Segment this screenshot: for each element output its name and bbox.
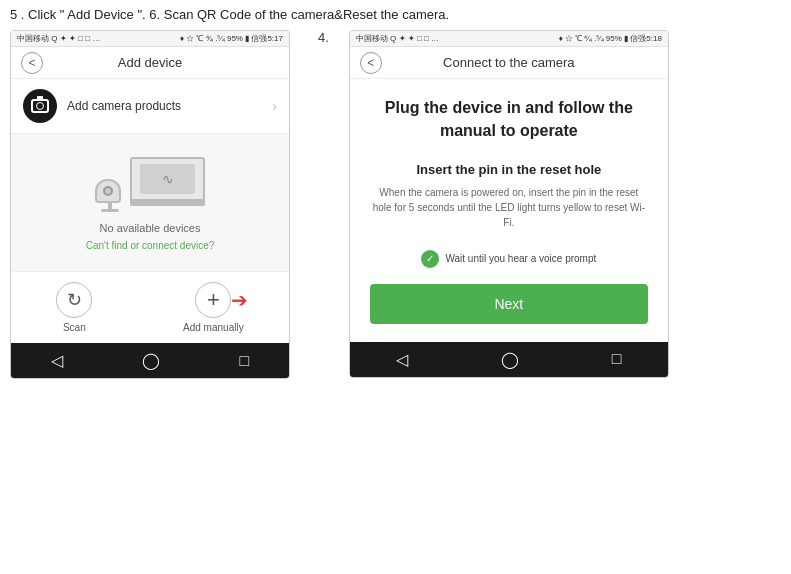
device-illustration: ∿ [95, 144, 205, 214]
add-manually-icon: + ➔ [195, 282, 231, 318]
bottom-actions: ↻ Scan + ➔ Add manually [11, 271, 289, 343]
cam-device-icon [95, 179, 125, 209]
status-right-text: ♦ ☆ ℃ ⁴⁄₄ .⁵⁄₄ 95% ▮ 信强5:17 [180, 33, 283, 44]
nav-header-right: < Connect to the camera [350, 47, 668, 79]
status-bar-right: 中国移动 Q ✦ ✦ □ □ … ♦ ☆ ℃ ⁴⁄₄ .⁵⁄₄ 95% ▮ 信强… [350, 31, 668, 47]
step-number: 4. [318, 30, 329, 45]
phone-right-screen: 中国移动 Q ✦ ✦ □ □ … ♦ ☆ ℃ ⁴⁄₄ .⁵⁄₄ 95% ▮ 信强… [349, 30, 669, 378]
laptop-screen: ∿ [130, 157, 205, 201]
scan-label: Scan [63, 322, 86, 333]
step-number-col: 4. [310, 30, 329, 55]
recent-nav-btn-right[interactable]: □ [612, 350, 622, 368]
cam-body [95, 179, 121, 203]
home-nav-btn-right[interactable]: ◯ [501, 350, 519, 369]
nav-bottom-left: ◁ ◯ □ [11, 343, 289, 378]
recent-nav-btn-left[interactable]: □ [240, 352, 250, 370]
camera-icon-inner [31, 99, 49, 113]
camera-icon [23, 89, 57, 123]
plus-icon: + [207, 287, 220, 313]
laptop-icon: ∿ [130, 157, 205, 209]
phone-left-screen: 中国移动 Q ✦ ✦ □ □ … ♦ ☆ ℃ ⁴⁄₄ .⁵⁄₄ 95% ▮ 信强… [10, 30, 290, 379]
status-right-right-text: ♦ ☆ ℃ ⁴⁄₄ .⁵⁄₄ 95% ▮ 信强5:18 [559, 33, 662, 44]
home-nav-btn-left[interactable]: ◯ [142, 351, 160, 370]
voice-prompt-text: Wait until you hear a voice prompt [445, 253, 596, 264]
nav-title-left: Add device [118, 55, 182, 70]
status-left-text: 中国移动 Q ✦ ✦ □ □ … [17, 33, 100, 44]
back-nav-btn-right[interactable]: ◁ [396, 350, 408, 369]
cant-find-link[interactable]: Can't find or connect device? [86, 240, 215, 251]
chevron-right-icon: › [272, 98, 277, 114]
insert-pin-description: When the camera is powered on, insert th… [370, 185, 648, 230]
scan-action[interactable]: ↻ Scan [56, 282, 92, 333]
voice-prompt-row: ✓ Wait until you hear a voice prompt [421, 250, 596, 268]
nav-bottom-right: ◁ ◯ □ [350, 342, 668, 377]
add-manually-action[interactable]: + ➔ Add manually [183, 282, 244, 333]
back-nav-btn-left[interactable]: ◁ [51, 351, 63, 370]
plug-device-title: Plug the device in and follow the manual… [370, 97, 648, 142]
nav-title-right: Connect to the camera [443, 55, 575, 70]
no-devices-text: No available devices [100, 222, 201, 234]
cam-base [101, 209, 119, 212]
cam-lens [103, 186, 113, 196]
scan-icon: ↻ [56, 282, 92, 318]
add-device-screen: Add camera products › [11, 79, 289, 343]
scan-icon-glyph: ↻ [67, 289, 82, 311]
back-button-right[interactable]: < [360, 52, 382, 74]
connect-camera-screen: Plug the device in and follow the manual… [350, 79, 668, 342]
add-camera-row[interactable]: Add camera products › [11, 79, 289, 134]
green-check-icon: ✓ [421, 250, 439, 268]
nav-header-left: < Add device [11, 47, 289, 79]
status-right-left-text: 中国移动 Q ✦ ✦ □ □ … [356, 33, 439, 44]
red-arrow-icon: ➔ [231, 288, 248, 312]
back-button-left[interactable]: < [21, 52, 43, 74]
top-instruction: 5 . Click " Add Device ". 6. Scan QR Cod… [0, 0, 791, 30]
status-bar-left: 中国移动 Q ✦ ✦ □ □ … ♦ ☆ ℃ ⁴⁄₄ .⁵⁄₄ 95% ▮ 信强… [11, 31, 289, 47]
laptop-base [130, 201, 205, 206]
no-device-area: ∿ No available devices Can't find or con… [11, 134, 289, 271]
add-manually-label: Add manually [183, 322, 244, 333]
insert-pin-title: Insert the pin in the reset hole [416, 162, 601, 177]
wifi-symbol-icon: ∿ [162, 171, 174, 187]
next-button[interactable]: Next [370, 284, 648, 324]
add-camera-label: Add camera products [67, 99, 272, 113]
laptop-screen-inner: ∿ [140, 164, 195, 194]
